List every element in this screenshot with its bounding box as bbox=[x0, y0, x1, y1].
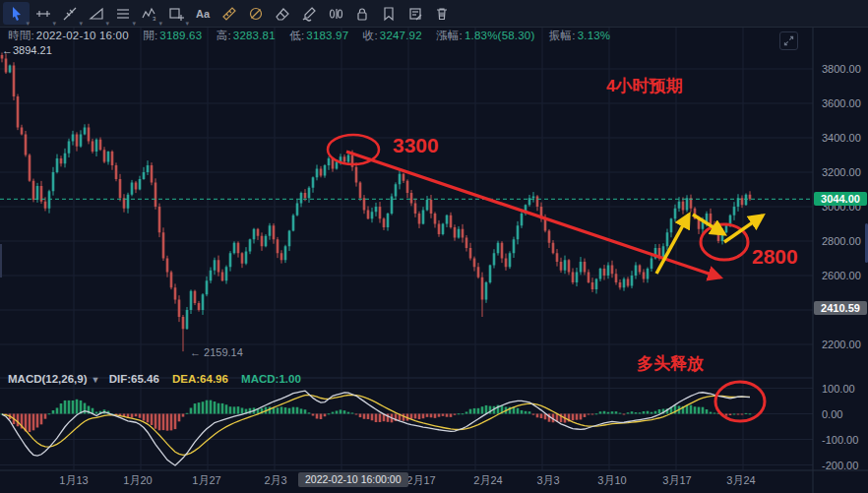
trash-tool-button[interactable] bbox=[428, 2, 455, 25]
low-label: 低: bbox=[289, 30, 304, 41]
macd-hist-value: MACD:1.00 bbox=[241, 373, 301, 385]
cursor-tool-button[interactable]: ▾ bbox=[3, 2, 30, 25]
macd-dea-value: DEA:64.96 bbox=[172, 373, 228, 385]
svg-text:Aa: Aa bbox=[196, 8, 211, 20]
date-tick-label: 3月24 bbox=[716, 473, 766, 488]
notes-icon bbox=[407, 6, 423, 22]
amplitude-label: 振幅: bbox=[549, 30, 576, 41]
lock-icon bbox=[354, 6, 370, 22]
trend-line-tool-button[interactable]: ▾ bbox=[56, 2, 83, 25]
eraser-icon bbox=[275, 6, 290, 22]
bookmark-icon bbox=[381, 6, 397, 22]
change-label: 漲幅: bbox=[436, 30, 463, 41]
date-tick-label: 3月10 bbox=[588, 473, 637, 488]
triangle-icon bbox=[89, 6, 104, 22]
macd-tick-label: 100.00 bbox=[822, 383, 855, 395]
annotation-level-3300[interactable]: 3300 bbox=[393, 134, 439, 157]
price-tick-label: 3400.00 bbox=[822, 132, 861, 144]
lock-tool-button[interactable] bbox=[348, 2, 375, 25]
high-label: 高: bbox=[217, 30, 231, 41]
horizontal-line-icon bbox=[35, 6, 51, 22]
price-tick-label: 2200.00 bbox=[822, 339, 861, 350]
high-value: 3283.81 bbox=[233, 30, 276, 41]
change-value: 1.83%(58.30) bbox=[465, 30, 534, 41]
trading-chart-app: ▾▾▾▾▾3▾▾Aa 時間:2022-02-10 16:00 開:3189.63… bbox=[0, 0, 868, 493]
text-tool-button[interactable]: Aa bbox=[189, 2, 216, 25]
brush-tool-button[interactable] bbox=[295, 2, 322, 25]
time-value: 2022-02-10 16:00 bbox=[36, 30, 129, 41]
elliott-wave-tool-button[interactable]: 3▾ bbox=[136, 2, 162, 25]
date-tick-label: 1月13 bbox=[49, 473, 98, 488]
price-tick-label: 3200.00 bbox=[822, 166, 861, 178]
rectangle-pattern-tool-button[interactable]: ▾ bbox=[162, 2, 189, 25]
macd-tick-label: -100.00 bbox=[822, 434, 858, 446]
ohlc-info-bar: 時間:2022-02-10 16:00 開:3189.63 高:3283.81 … bbox=[8, 29, 621, 43]
price-tick-label: 2800.00 bbox=[822, 235, 861, 247]
drawing-toolbar: ▾▾▾▾▾3▾▾Aa bbox=[0, 0, 868, 28]
annotation-4h-expectation[interactable]: 4小时预期 bbox=[606, 75, 682, 97]
date-tick-label: 3月17 bbox=[652, 473, 702, 488]
macd-dropdown-caret[interactable]: ▼ bbox=[92, 375, 100, 385]
elliott-wave-icon: 3 bbox=[142, 6, 157, 22]
expand-icon bbox=[782, 34, 795, 47]
macd-dif-value: DIF:65.46 bbox=[109, 373, 159, 385]
price-tick-label: 3800.00 bbox=[822, 63, 861, 75]
expand-pane-button[interactable] bbox=[779, 31, 798, 50]
eraser-tool-button[interactable] bbox=[269, 2, 295, 25]
annotation-level-2800[interactable]: 2800 bbox=[752, 245, 798, 269]
chart-canvas[interactable] bbox=[0, 0, 868, 493]
amplitude-value: 3.13% bbox=[578, 30, 611, 41]
rectangle-pattern-icon bbox=[168, 6, 184, 22]
text-icon: Aa bbox=[195, 6, 211, 22]
time-label: 時間: bbox=[8, 30, 34, 41]
candlestick-series bbox=[1, 53, 752, 352]
triangle-tool-button[interactable]: ▾ bbox=[83, 2, 109, 25]
open-value: 3189.63 bbox=[159, 30, 202, 41]
measure-tool-button[interactable] bbox=[216, 2, 242, 25]
macd-indicator-header: MACD(12,26,9)▼ DIF:65.46 DEA:64.96 MACD:… bbox=[8, 373, 301, 385]
measure-icon bbox=[221, 6, 237, 22]
brush-icon bbox=[301, 6, 317, 22]
parallel-lines-icon bbox=[115, 6, 131, 22]
current-price-badge: 3044.00 bbox=[814, 192, 867, 206]
bar-pattern-tool-button[interactable] bbox=[322, 2, 348, 25]
annotation-bulls-release[interactable]: 多头释放 bbox=[637, 352, 704, 375]
trash-icon bbox=[434, 6, 450, 22]
bookmark-tool-button[interactable] bbox=[375, 2, 402, 25]
trend-line-icon bbox=[62, 6, 78, 22]
close-value: 3247.92 bbox=[380, 30, 422, 41]
circle-slash-tool-button[interactable] bbox=[242, 2, 269, 25]
bar-pattern-icon bbox=[328, 6, 343, 22]
low-price-marker: ← 2159.14 bbox=[190, 346, 243, 358]
date-tick-label: 3月3 bbox=[524, 473, 573, 488]
date-tick-label: 2月24 bbox=[464, 473, 513, 488]
macd-tick-label: -200.00 bbox=[822, 460, 858, 471]
macd-tick-label: 0.00 bbox=[822, 408, 842, 420]
macd-title: MACD(12,26,9) bbox=[8, 373, 88, 385]
date-tick-label: 1月20 bbox=[113, 473, 162, 488]
price-tick-label: 2600.00 bbox=[822, 270, 861, 281]
low-value: 3183.97 bbox=[306, 30, 348, 41]
macd-pane bbox=[1, 391, 752, 465]
date-tick-label: 2月3 bbox=[251, 473, 300, 488]
high-price-marker: ←3894.21 bbox=[2, 44, 52, 56]
horizontal-line-tool-button[interactable]: ▾ bbox=[30, 2, 56, 25]
date-tick-label: 1月27 bbox=[182, 473, 231, 488]
cursor-icon bbox=[9, 6, 25, 22]
parallel-lines-tool-button[interactable]: ▾ bbox=[109, 2, 136, 25]
selected-date-badge: 2022-02-10 16:00:00 bbox=[298, 472, 408, 487]
open-label: 開: bbox=[143, 30, 157, 41]
circle-slash-icon bbox=[248, 6, 264, 22]
close-label: 收: bbox=[363, 30, 378, 41]
low-price-badge: 2410.59 bbox=[814, 301, 867, 315]
svg-text:3: 3 bbox=[153, 16, 156, 22]
macd-dea-line bbox=[2, 395, 750, 455]
price-tick-label: 3600.00 bbox=[822, 97, 861, 109]
notes-tool-button[interactable] bbox=[402, 2, 428, 25]
